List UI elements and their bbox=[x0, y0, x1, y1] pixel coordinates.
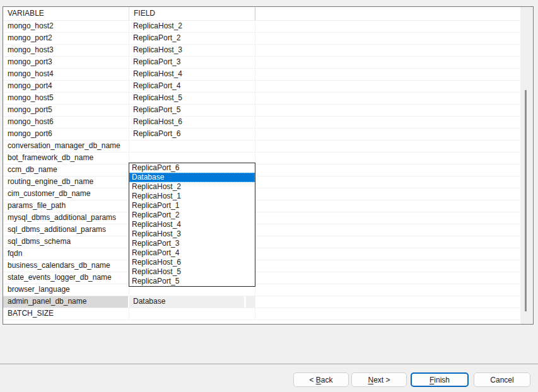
scrollbar-thumb[interactable] bbox=[525, 90, 527, 311]
table-row[interactable]: mongo_host5 ReplicaHost_5 bbox=[3, 93, 520, 105]
table-body: mongo_host2 ReplicaHost_2 mongo_port2 Re… bbox=[3, 21, 520, 320]
next-button-mnemonic: N bbox=[368, 376, 373, 384]
table-row[interactable]: mongo_host6 ReplicaHost_6 bbox=[3, 117, 520, 129]
dropdown-item[interactable]: ReplicaHost_2 bbox=[129, 182, 255, 192]
empty-cell bbox=[255, 212, 520, 224]
table-row[interactable]: browser_language bbox=[3, 284, 520, 296]
variable-cell[interactable]: mongo_host6 bbox=[3, 117, 129, 128]
empty-cell bbox=[255, 164, 520, 176]
variable-cell[interactable]: mongo_port2 bbox=[3, 33, 129, 44]
variable-cell[interactable]: mongo_port5 bbox=[3, 105, 129, 116]
dropdown-item[interactable]: ReplicaPort_5 bbox=[129, 277, 255, 286]
field-cell[interactable]: ReplicaPort_3 bbox=[129, 57, 255, 68]
variable-cell[interactable]: sql_dbms_schema bbox=[3, 236, 129, 248]
dropdown-item[interactable]: ReplicaHost_5 bbox=[129, 267, 255, 277]
field-cell[interactable]: ReplicaHost_2 bbox=[129, 21, 255, 32]
dropdown-item[interactable]: ReplicaHost_1 bbox=[129, 192, 255, 201]
field-cell[interactable] bbox=[129, 141, 255, 152]
variable-cell[interactable]: ccm_db_name bbox=[3, 164, 129, 176]
table-row[interactable]: ccm_db_name bbox=[3, 164, 520, 176]
cancel-button[interactable]: Cancel bbox=[474, 372, 530, 387]
field-dropdown-list: ReplicaPort_6DatabaseReplicaHost_2Replic… bbox=[129, 163, 255, 287]
table-row[interactable]: fqdn bbox=[3, 248, 520, 260]
field-cell[interactable] bbox=[129, 308, 255, 320]
variable-cell[interactable]: BATCH_SIZE bbox=[3, 308, 129, 320]
dropdown-item[interactable]: ReplicaHost_4 bbox=[129, 220, 255, 229]
variable-cell[interactable]: sql_dbms_additional_params bbox=[3, 224, 129, 236]
variable-cell[interactable]: fqdn bbox=[3, 248, 129, 260]
variable-cell[interactable]: conversation_manager_db_name bbox=[3, 141, 129, 152]
empty-cell bbox=[255, 296, 520, 308]
dropdown-item[interactable]: ReplicaPort_6 bbox=[129, 163, 255, 173]
variable-cell[interactable]: admin_panel_db_name bbox=[3, 296, 129, 308]
variable-cell[interactable]: routing_engine_db_name bbox=[3, 176, 129, 188]
field-cell[interactable]: ReplicaPort_2 bbox=[129, 33, 255, 44]
table-row[interactable]: mongo_port2 ReplicaPort_2 bbox=[3, 33, 520, 45]
variable-cell[interactable]: mongo_host4 bbox=[3, 69, 129, 80]
next-button[interactable]: Next > bbox=[351, 372, 407, 387]
dropdown-item[interactable]: ReplicaHost_6 bbox=[129, 258, 255, 267]
dropdown-button[interactable] bbox=[246, 296, 255, 308]
finish-button[interactable]: Finish bbox=[411, 372, 469, 387]
variable-cell[interactable]: mysql_dbms_additional_params bbox=[3, 212, 129, 224]
table-row[interactable]: mongo_port5 ReplicaPort_5 bbox=[3, 105, 520, 117]
field-cell[interactable]: ReplicaHost_6 bbox=[129, 117, 255, 128]
table-row[interactable]: business_calendars_db_name bbox=[3, 260, 520, 272]
dropdown-item[interactable]: ReplicaPort_2 bbox=[129, 210, 255, 220]
dropdown-item[interactable]: ReplicaHost_3 bbox=[129, 229, 255, 239]
table-row[interactable]: sql_dbms_schema bbox=[3, 236, 520, 248]
table-row[interactable]: mongo_port3 ReplicaPort_3 bbox=[3, 57, 520, 69]
variable-cell[interactable]: state_events_logger_db_name bbox=[3, 272, 129, 284]
field-cell[interactable]: ReplicaPort_6 bbox=[129, 129, 255, 140]
variable-cell[interactable]: mongo_port6 bbox=[3, 129, 129, 140]
vertical-scrollbar[interactable] bbox=[520, 7, 533, 324]
variable-cell[interactable]: cim_customer_db_name bbox=[3, 188, 129, 200]
table-row[interactable]: conversation_manager_db_name bbox=[3, 141, 520, 153]
table-row[interactable]: cim_customer_db_name bbox=[3, 188, 520, 200]
variable-cell[interactable]: bot_framework_db_name bbox=[3, 153, 129, 164]
field-value: ReplicaHost_3 bbox=[129, 45, 255, 56]
field-cell[interactable]: ReplicaPort_4 bbox=[129, 81, 255, 92]
table-row[interactable]: mongo_port4 ReplicaPort_4 bbox=[3, 81, 520, 93]
table-row[interactable]: bot_framework_db_name bbox=[3, 153, 520, 164]
variable-cell[interactable]: mongo_host2 bbox=[3, 21, 129, 32]
variable-cell[interactable]: browser_language bbox=[3, 284, 129, 296]
back-button-label: < bbox=[309, 376, 315, 384]
cancel-button-label-rest: Cancel bbox=[490, 376, 513, 384]
table-row[interactable]: sql_dbms_additional_params bbox=[3, 224, 520, 236]
table-row[interactable]: mongo_host4 ReplicaHost_4 bbox=[3, 69, 520, 81]
table-row[interactable]: mongo_host3 ReplicaHost_3 bbox=[3, 45, 520, 57]
dropdown-item[interactable]: ReplicaPort_4 bbox=[129, 248, 255, 258]
dropdown-item[interactable]: Database bbox=[129, 173, 255, 182]
variable-cell[interactable]: params_file_path bbox=[3, 200, 129, 212]
field-cell[interactable]: Database bbox=[129, 296, 255, 308]
variable-cell[interactable]: business_calendars_db_name bbox=[3, 260, 129, 272]
table-row[interactable]: mongo_port6 ReplicaPort_6 bbox=[3, 129, 520, 141]
table-row[interactable]: params_file_path bbox=[3, 200, 520, 212]
variable-cell[interactable]: mongo_host5 bbox=[3, 93, 129, 104]
field-cell[interactable]: ReplicaHost_3 bbox=[129, 45, 255, 56]
variable-cell[interactable]: mongo_host3 bbox=[3, 45, 129, 56]
empty-cell bbox=[255, 105, 520, 116]
back-button[interactable]: < Back bbox=[293, 372, 349, 387]
column-header-empty bbox=[255, 7, 520, 20]
table-row[interactable]: BATCH_SIZE bbox=[3, 308, 520, 320]
field-value bbox=[129, 141, 255, 152]
variable-cell[interactable]: mongo_port4 bbox=[3, 81, 129, 92]
dropdown-item[interactable]: ReplicaPort_1 bbox=[129, 201, 255, 210]
table-row[interactable]: admin_panel_db_name Database bbox=[3, 296, 520, 308]
field-value: ReplicaPort_5 bbox=[129, 105, 255, 116]
dropdown-item[interactable]: ReplicaPort_3 bbox=[129, 239, 255, 248]
table-row[interactable]: routing_engine_db_name bbox=[3, 176, 520, 188]
field-cell[interactable]: ReplicaHost_4 bbox=[129, 69, 255, 80]
table-row[interactable]: mysql_dbms_additional_params bbox=[3, 212, 520, 224]
empty-cell bbox=[255, 176, 520, 188]
column-header-variable: VARIABLE bbox=[3, 7, 129, 20]
table-row[interactable]: state_events_logger_db_name bbox=[3, 272, 520, 284]
field-cell[interactable]: ReplicaPort_5 bbox=[129, 105, 255, 116]
field-cell[interactable]: ReplicaHost_5 bbox=[129, 93, 255, 104]
finish-button-label-rest: inish bbox=[434, 376, 450, 384]
variable-cell[interactable]: mongo_port3 bbox=[3, 57, 129, 68]
table-row[interactable]: mongo_host2 ReplicaHost_2 bbox=[3, 21, 520, 33]
field-value: ReplicaPort_6 bbox=[129, 129, 255, 140]
